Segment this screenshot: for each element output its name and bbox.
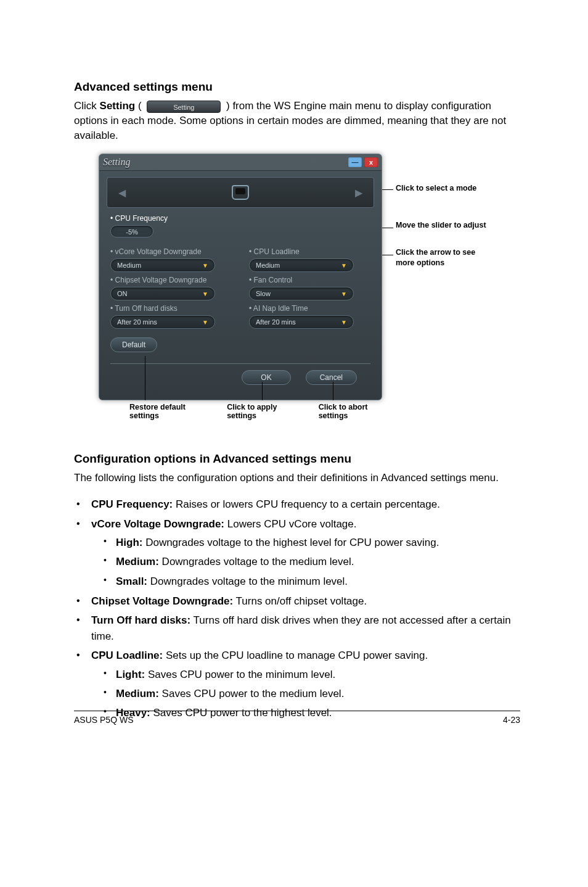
callout-apply: Click to apply settings bbox=[227, 403, 291, 420]
ai-nap-value: After 20 mins bbox=[256, 318, 296, 326]
list-item: Medium: Downgrades voltage to the medium… bbox=[91, 553, 520, 570]
item-name: CPU Frequency: bbox=[91, 498, 173, 510]
item-name: Small: bbox=[116, 576, 147, 587]
cpu-loadline-dropdown[interactable]: Medium ▼ bbox=[249, 258, 354, 272]
callout-select-mode: Click to select a mode bbox=[396, 183, 476, 193]
item-name: High: bbox=[116, 537, 142, 548]
dropdown-arrow-icon[interactable]: ▼ bbox=[341, 319, 347, 326]
close-button[interactable]: x bbox=[364, 157, 378, 167]
intro-pre: Click bbox=[74, 100, 100, 112]
advanced-intro-paragraph: Click Setting ( Setting ) from the WS En… bbox=[74, 99, 520, 142]
fan-control-dropdown[interactable]: Slow ▼ bbox=[249, 287, 354, 300]
list-item: Turn Off hard disks: Turns off hard disk… bbox=[74, 613, 520, 644]
sub-list: High: Downgrades voltage to the highest … bbox=[91, 534, 520, 590]
list-item: vCore Voltage Downgrade: Lowers CPU vCor… bbox=[74, 516, 520, 590]
footer-left: ASUS P5Q WS bbox=[74, 715, 133, 725]
turn-off-disks-value: After 20 mins bbox=[117, 318, 157, 326]
item-name: Medium: bbox=[116, 688, 159, 699]
setting-button-chip: Setting bbox=[147, 101, 221, 113]
cpu-loadline-label: • CPU Loadline bbox=[249, 247, 370, 256]
ai-nap-dropdown[interactable]: After 20 mins ▼ bbox=[249, 315, 354, 329]
item-name: Light: bbox=[116, 669, 145, 680]
page-footer: ASUS P5Q WS 4-23 bbox=[74, 711, 520, 725]
cpu-frequency-slider-value[interactable]: -5% bbox=[110, 225, 153, 237]
dropdown-arrow-icon[interactable]: ▼ bbox=[202, 262, 208, 269]
config-options-heading: Configuration options in Advanced settin… bbox=[74, 452, 520, 466]
chipset-downgrade-label: • Chipset Voltage Downgrade bbox=[110, 276, 232, 284]
callout-arrow: Click the arrow to see more options bbox=[396, 247, 482, 268]
dropdown-arrow-icon[interactable]: ▼ bbox=[202, 291, 208, 297]
mode-icon bbox=[232, 185, 249, 200]
chipset-downgrade-value: ON bbox=[117, 290, 128, 297]
list-item: Chipset Voltage Downgrade: Turns on/off … bbox=[74, 593, 520, 609]
dropdown-arrow-icon[interactable]: ▼ bbox=[202, 319, 208, 326]
mode-prev-icon[interactable]: ◀ bbox=[118, 187, 126, 199]
fan-control-value: Slow bbox=[256, 290, 271, 297]
list-item: CPU Frequency: Raises or lowers CPU freq… bbox=[74, 497, 520, 513]
item-desc: Sets up the CPU loadline to manage CPU p… bbox=[163, 650, 428, 661]
item-desc: Turns on/off chipset voltage. bbox=[233, 595, 367, 607]
config-options-intro: The following lists the configuration op… bbox=[74, 471, 520, 485]
minimize-button[interactable]: — bbox=[348, 157, 362, 167]
item-desc: Downgrades voltage to the medium level. bbox=[159, 556, 354, 567]
vcore-downgrade-label: • vCore Voltage Downgrade bbox=[110, 247, 232, 256]
setting-window: Setting — x ◀ ▶ • CPU Frequency -5% • vC… bbox=[99, 154, 382, 400]
chipset-downgrade-dropdown[interactable]: ON ▼ bbox=[110, 287, 215, 300]
cancel-button[interactable]: Cancel bbox=[306, 370, 357, 385]
setting-titlebar: Setting — x bbox=[99, 154, 382, 171]
item-desc: Saves CPU power to the medium level. bbox=[159, 688, 344, 699]
dropdown-arrow-icon[interactable]: ▼ bbox=[341, 262, 347, 269]
item-name: Chipset Voltage Downgrade: bbox=[91, 595, 233, 607]
ok-button[interactable]: OK bbox=[242, 370, 290, 385]
callout-restore: Restore default settings bbox=[129, 403, 198, 420]
default-button[interactable]: Default bbox=[110, 337, 157, 352]
turn-off-disks-dropdown[interactable]: After 20 mins ▼ bbox=[110, 315, 215, 329]
item-name: Medium: bbox=[116, 556, 159, 567]
item-name: vCore Voltage Downgrade: bbox=[91, 518, 224, 530]
vcore-downgrade-value: Medium bbox=[117, 262, 141, 269]
list-item: Small: Downgrades voltage to the minimum… bbox=[91, 573, 520, 590]
mode-selector-row[interactable]: ◀ ▶ bbox=[107, 177, 374, 208]
mode-next-icon[interactable]: ▶ bbox=[355, 187, 362, 199]
vcore-downgrade-dropdown[interactable]: Medium ▼ bbox=[110, 258, 215, 272]
item-desc: Downgrades voltage to the highest level … bbox=[142, 537, 439, 548]
callout-abort: Click to abort settings bbox=[319, 403, 382, 420]
item-name: Turn Off hard disks: bbox=[91, 614, 190, 626]
fan-control-label: • Fan Control bbox=[249, 276, 370, 284]
list-item: High: Downgrades voltage to the highest … bbox=[91, 534, 520, 551]
advanced-settings-heading: Advanced settings menu bbox=[74, 80, 520, 94]
item-desc: Saves CPU power to the minimum level. bbox=[145, 669, 335, 680]
dropdown-arrow-icon[interactable]: ▼ bbox=[341, 291, 347, 297]
turn-off-disks-label: • Turn Off hard disks bbox=[110, 304, 232, 313]
item-name: CPU Loadline: bbox=[91, 650, 163, 661]
item-desc: Lowers CPU vCore voltage. bbox=[224, 518, 356, 530]
cpu-frequency-label: • CPU Frequency bbox=[110, 214, 370, 223]
item-desc: Raises or lowers CPU frequency to a cert… bbox=[173, 498, 440, 510]
intro-open-paren: ( bbox=[135, 100, 144, 112]
list-item: Medium: Saves CPU power to the medium le… bbox=[91, 685, 520, 702]
ai-nap-label: • AI Nap Idle Time bbox=[249, 304, 370, 313]
item-desc: Downgrades voltage to the minimum level. bbox=[147, 576, 348, 587]
setting-title: Setting bbox=[103, 157, 346, 168]
intro-setting-bold: Setting bbox=[100, 100, 136, 112]
footer-right: 4-23 bbox=[503, 715, 520, 725]
cpu-loadline-value: Medium bbox=[256, 262, 280, 269]
list-item: Light: Saves CPU power to the minimum le… bbox=[91, 666, 520, 683]
options-list: CPU Frequency: Raises or lowers CPU freq… bbox=[74, 497, 520, 721]
callout-slider: Move the slider to adjust bbox=[396, 220, 486, 230]
